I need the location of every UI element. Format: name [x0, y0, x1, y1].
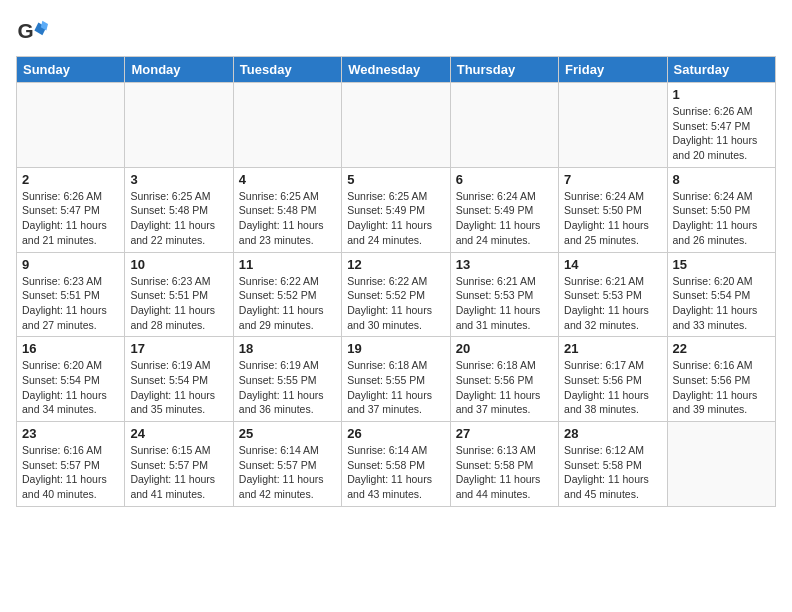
day-number: 20 — [456, 341, 553, 356]
day-number: 3 — [130, 172, 227, 187]
day-info: Sunrise: 6:25 AMSunset: 5:48 PMDaylight:… — [239, 189, 336, 248]
calendar-cell: 13Sunrise: 6:21 AMSunset: 5:53 PMDayligh… — [450, 252, 558, 337]
day-info: Sunrise: 6:14 AMSunset: 5:58 PMDaylight:… — [347, 443, 444, 502]
day-number: 6 — [456, 172, 553, 187]
calendar-cell: 3Sunrise: 6:25 AMSunset: 5:48 PMDaylight… — [125, 167, 233, 252]
weekday-header-row: SundayMondayTuesdayWednesdayThursdayFrid… — [17, 57, 776, 83]
day-number: 23 — [22, 426, 119, 441]
day-number: 4 — [239, 172, 336, 187]
calendar-cell: 19Sunrise: 6:18 AMSunset: 5:55 PMDayligh… — [342, 337, 450, 422]
day-number: 15 — [673, 257, 770, 272]
calendar-cell — [342, 83, 450, 168]
day-number: 24 — [130, 426, 227, 441]
day-number: 18 — [239, 341, 336, 356]
calendar-cell — [559, 83, 667, 168]
calendar-cell: 25Sunrise: 6:14 AMSunset: 5:57 PMDayligh… — [233, 422, 341, 507]
calendar-cell: 15Sunrise: 6:20 AMSunset: 5:54 PMDayligh… — [667, 252, 775, 337]
weekday-header: Sunday — [17, 57, 125, 83]
weekday-header: Tuesday — [233, 57, 341, 83]
calendar-cell: 17Sunrise: 6:19 AMSunset: 5:54 PMDayligh… — [125, 337, 233, 422]
svg-text:G: G — [18, 19, 34, 42]
weekday-header: Wednesday — [342, 57, 450, 83]
day-number: 22 — [673, 341, 770, 356]
calendar-cell: 6Sunrise: 6:24 AMSunset: 5:49 PMDaylight… — [450, 167, 558, 252]
calendar-cell: 24Sunrise: 6:15 AMSunset: 5:57 PMDayligh… — [125, 422, 233, 507]
weekday-header: Saturday — [667, 57, 775, 83]
day-info: Sunrise: 6:13 AMSunset: 5:58 PMDaylight:… — [456, 443, 553, 502]
weekday-header: Monday — [125, 57, 233, 83]
calendar-cell: 12Sunrise: 6:22 AMSunset: 5:52 PMDayligh… — [342, 252, 450, 337]
calendar-cell: 16Sunrise: 6:20 AMSunset: 5:54 PMDayligh… — [17, 337, 125, 422]
calendar-cell — [450, 83, 558, 168]
day-info: Sunrise: 6:23 AMSunset: 5:51 PMDaylight:… — [22, 274, 119, 333]
day-number: 13 — [456, 257, 553, 272]
day-info: Sunrise: 6:19 AMSunset: 5:55 PMDaylight:… — [239, 358, 336, 417]
day-info: Sunrise: 6:21 AMSunset: 5:53 PMDaylight:… — [456, 274, 553, 333]
calendar-week-row: 1Sunrise: 6:26 AMSunset: 5:47 PMDaylight… — [17, 83, 776, 168]
day-number: 19 — [347, 341, 444, 356]
day-info: Sunrise: 6:16 AMSunset: 5:57 PMDaylight:… — [22, 443, 119, 502]
day-info: Sunrise: 6:18 AMSunset: 5:56 PMDaylight:… — [456, 358, 553, 417]
day-number: 12 — [347, 257, 444, 272]
logo-icon: G — [16, 16, 48, 48]
calendar-cell: 2Sunrise: 6:26 AMSunset: 5:47 PMDaylight… — [17, 167, 125, 252]
day-info: Sunrise: 6:22 AMSunset: 5:52 PMDaylight:… — [347, 274, 444, 333]
day-number: 8 — [673, 172, 770, 187]
day-info: Sunrise: 6:23 AMSunset: 5:51 PMDaylight:… — [130, 274, 227, 333]
calendar-cell: 18Sunrise: 6:19 AMSunset: 5:55 PMDayligh… — [233, 337, 341, 422]
day-info: Sunrise: 6:17 AMSunset: 5:56 PMDaylight:… — [564, 358, 661, 417]
day-number: 27 — [456, 426, 553, 441]
day-number: 2 — [22, 172, 119, 187]
day-number: 28 — [564, 426, 661, 441]
day-number: 21 — [564, 341, 661, 356]
calendar-cell — [233, 83, 341, 168]
day-number: 26 — [347, 426, 444, 441]
day-number: 14 — [564, 257, 661, 272]
calendar-cell: 28Sunrise: 6:12 AMSunset: 5:58 PMDayligh… — [559, 422, 667, 507]
day-info: Sunrise: 6:22 AMSunset: 5:52 PMDaylight:… — [239, 274, 336, 333]
day-number: 9 — [22, 257, 119, 272]
day-number: 17 — [130, 341, 227, 356]
logo: G — [16, 16, 50, 48]
day-info: Sunrise: 6:24 AMSunset: 5:50 PMDaylight:… — [564, 189, 661, 248]
day-info: Sunrise: 6:19 AMSunset: 5:54 PMDaylight:… — [130, 358, 227, 417]
calendar-cell: 26Sunrise: 6:14 AMSunset: 5:58 PMDayligh… — [342, 422, 450, 507]
calendar-cell: 10Sunrise: 6:23 AMSunset: 5:51 PMDayligh… — [125, 252, 233, 337]
calendar-cell: 21Sunrise: 6:17 AMSunset: 5:56 PMDayligh… — [559, 337, 667, 422]
day-info: Sunrise: 6:12 AMSunset: 5:58 PMDaylight:… — [564, 443, 661, 502]
calendar-cell: 1Sunrise: 6:26 AMSunset: 5:47 PMDaylight… — [667, 83, 775, 168]
calendar-cell: 22Sunrise: 6:16 AMSunset: 5:56 PMDayligh… — [667, 337, 775, 422]
day-number: 16 — [22, 341, 119, 356]
weekday-header: Friday — [559, 57, 667, 83]
calendar-cell: 8Sunrise: 6:24 AMSunset: 5:50 PMDaylight… — [667, 167, 775, 252]
day-info: Sunrise: 6:24 AMSunset: 5:50 PMDaylight:… — [673, 189, 770, 248]
calendar-cell — [17, 83, 125, 168]
day-number: 5 — [347, 172, 444, 187]
day-info: Sunrise: 6:25 AMSunset: 5:49 PMDaylight:… — [347, 189, 444, 248]
day-info: Sunrise: 6:26 AMSunset: 5:47 PMDaylight:… — [673, 104, 770, 163]
day-info: Sunrise: 6:20 AMSunset: 5:54 PMDaylight:… — [22, 358, 119, 417]
calendar-week-row: 16Sunrise: 6:20 AMSunset: 5:54 PMDayligh… — [17, 337, 776, 422]
day-info: Sunrise: 6:26 AMSunset: 5:47 PMDaylight:… — [22, 189, 119, 248]
calendar-cell: 14Sunrise: 6:21 AMSunset: 5:53 PMDayligh… — [559, 252, 667, 337]
weekday-header: Thursday — [450, 57, 558, 83]
day-info: Sunrise: 6:21 AMSunset: 5:53 PMDaylight:… — [564, 274, 661, 333]
day-number: 1 — [673, 87, 770, 102]
calendar-cell: 20Sunrise: 6:18 AMSunset: 5:56 PMDayligh… — [450, 337, 558, 422]
calendar-cell: 5Sunrise: 6:25 AMSunset: 5:49 PMDaylight… — [342, 167, 450, 252]
calendar-week-row: 2Sunrise: 6:26 AMSunset: 5:47 PMDaylight… — [17, 167, 776, 252]
calendar-cell: 7Sunrise: 6:24 AMSunset: 5:50 PMDaylight… — [559, 167, 667, 252]
calendar-cell: 11Sunrise: 6:22 AMSunset: 5:52 PMDayligh… — [233, 252, 341, 337]
calendar-week-row: 9Sunrise: 6:23 AMSunset: 5:51 PMDaylight… — [17, 252, 776, 337]
day-info: Sunrise: 6:15 AMSunset: 5:57 PMDaylight:… — [130, 443, 227, 502]
day-number: 25 — [239, 426, 336, 441]
day-number: 7 — [564, 172, 661, 187]
day-number: 10 — [130, 257, 227, 272]
calendar-week-row: 23Sunrise: 6:16 AMSunset: 5:57 PMDayligh… — [17, 422, 776, 507]
day-info: Sunrise: 6:25 AMSunset: 5:48 PMDaylight:… — [130, 189, 227, 248]
calendar-cell: 27Sunrise: 6:13 AMSunset: 5:58 PMDayligh… — [450, 422, 558, 507]
calendar-cell: 23Sunrise: 6:16 AMSunset: 5:57 PMDayligh… — [17, 422, 125, 507]
day-number: 11 — [239, 257, 336, 272]
calendar-cell — [125, 83, 233, 168]
calendar-table: SundayMondayTuesdayWednesdayThursdayFrid… — [16, 56, 776, 507]
